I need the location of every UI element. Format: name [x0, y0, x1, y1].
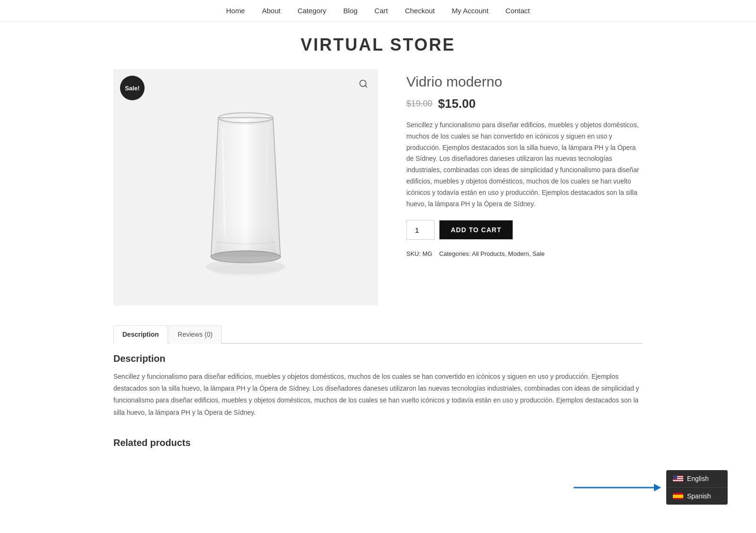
- add-to-cart-wrap: ADD TO CART: [406, 220, 643, 240]
- related-title: Related products: [113, 437, 643, 448]
- tab-content-description: Description Sencillez y funcionalismo pa…: [113, 353, 643, 419]
- language-box: English Spanish: [666, 470, 728, 486]
- lang-english-label: English: [687, 475, 709, 482]
- main-nav: Home About Category Blog Cart Checkout M…: [0, 0, 756, 22]
- nav-about[interactable]: About: [262, 7, 280, 15]
- nav-home[interactable]: Home: [226, 7, 245, 15]
- tabs-section: Description Reviews (0) Description Senc…: [94, 324, 662, 419]
- product-meta: SKU: MG Categories: All Products, Modern…: [406, 250, 643, 257]
- svg-line-1: [365, 86, 367, 87]
- product-description: Sencillez y funcionalismo para diseñar e…: [406, 120, 643, 210]
- new-price: $15.00: [438, 96, 476, 111]
- product-info: Vidrio moderno $19.00 $15.00 Sencillez y…: [406, 69, 643, 257]
- lang-english[interactable]: English: [666, 470, 728, 486]
- product-section: Sale!: [94, 69, 662, 306]
- nav-category[interactable]: Category: [298, 7, 326, 15]
- nav-checkout[interactable]: Checkout: [405, 7, 435, 15]
- arrow-lang: English Spanish: [574, 470, 728, 486]
- site-title: VIRTUAL STORE: [0, 22, 756, 69]
- language-switcher-wrap: English Spanish: [574, 470, 728, 486]
- description-text: Sencillez y funcionalismo para diseñar e…: [113, 371, 643, 419]
- product-title: Vidrio moderno: [406, 74, 643, 90]
- product-image: [170, 88, 321, 287]
- nav-contact[interactable]: Contact: [506, 7, 530, 15]
- tab-reviews[interactable]: Reviews (0): [169, 325, 222, 344]
- arrow-icon: [574, 481, 668, 486]
- categories-label: Categories:: [439, 250, 470, 257]
- sku-value: MG: [422, 250, 432, 257]
- add-to-cart-button[interactable]: ADD TO CART: [439, 220, 513, 239]
- nav-cart[interactable]: Cart: [375, 7, 388, 15]
- tabs-header: Description Reviews (0): [113, 324, 643, 344]
- flag-us: [673, 475, 683, 482]
- product-image-wrap: Sale!: [113, 69, 378, 306]
- tab-description[interactable]: Description: [113, 325, 168, 344]
- sku-label: SKU:: [406, 250, 421, 257]
- quantity-input[interactable]: [406, 220, 435, 240]
- nav-my-account[interactable]: My Account: [452, 7, 489, 15]
- old-price: $19.00: [406, 99, 432, 109]
- svg-marker-8: [654, 484, 661, 486]
- sale-badge: Sale!: [120, 76, 145, 100]
- price-wrap: $19.00 $15.00: [406, 96, 643, 111]
- svg-point-6: [211, 265, 281, 277]
- description-title: Description: [113, 353, 643, 364]
- categories-value: All Products, Modern, Sale: [472, 250, 545, 257]
- nav-blog[interactable]: Blog: [344, 7, 358, 15]
- zoom-icon[interactable]: [355, 76, 371, 92]
